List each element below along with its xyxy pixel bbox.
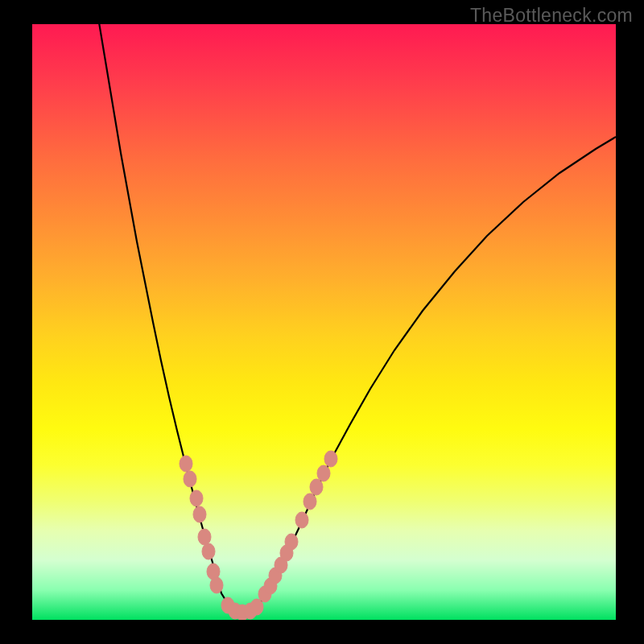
data-marker	[193, 506, 206, 522]
data-marker	[180, 456, 192, 472]
chart-svg	[32, 24, 616, 620]
data-marker	[202, 543, 215, 559]
data-marker	[210, 577, 223, 593]
data-marker	[198, 529, 211, 545]
data-marker	[184, 471, 196, 487]
data-marker	[285, 534, 298, 550]
chart-frame: TheBottleneck.com	[0, 0, 644, 644]
data-marker	[317, 465, 330, 481]
watermark-text: TheBottleneck.com	[470, 5, 633, 27]
data-marker	[310, 479, 323, 495]
plot-area	[32, 24, 616, 620]
data-marker	[324, 451, 337, 467]
data-marker	[295, 512, 308, 528]
bottleneck-curve	[97, 24, 616, 613]
data-marker	[303, 493, 316, 510]
data-marker	[190, 490, 203, 506]
